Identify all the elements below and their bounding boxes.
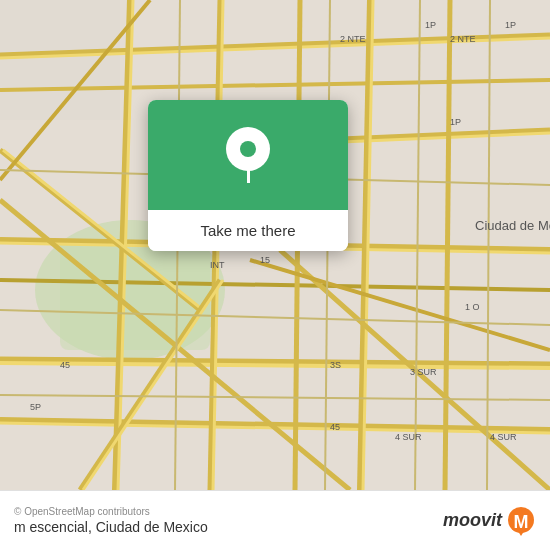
svg-text:Ciudad de Mé: Ciudad de Mé <box>475 218 550 233</box>
svg-text:3 SUR: 3 SUR <box>410 367 437 377</box>
pin-stem <box>247 169 250 183</box>
svg-text:1P: 1P <box>505 20 516 30</box>
svg-text:1 O: 1 O <box>465 302 480 312</box>
svg-text:45: 45 <box>60 360 70 370</box>
svg-text:INT: INT <box>210 260 225 270</box>
svg-text:2 NTE: 2 NTE <box>450 34 476 44</box>
svg-text:45: 45 <box>330 422 340 432</box>
location-name: m escencial, Ciudad de Mexico <box>14 519 208 535</box>
svg-text:2 NTE: 2 NTE <box>340 34 366 44</box>
attribution-text: © OpenStreetMap contributors <box>14 506 208 517</box>
moovit-icon: M <box>506 506 536 536</box>
svg-text:1P: 1P <box>450 117 461 127</box>
bottom-bar: © OpenStreetMap contributors m escencial… <box>0 490 550 550</box>
pin-inner <box>240 141 256 157</box>
popup-button-section: Take me there <box>148 210 348 251</box>
location-pin <box>226 127 270 183</box>
svg-text:5P: 5P <box>30 402 41 412</box>
take-me-there-button[interactable]: Take me there <box>164 220 332 241</box>
moovit-text: moovit <box>443 510 502 531</box>
bottom-left-info: © OpenStreetMap contributors m escencial… <box>14 506 208 535</box>
popup-map-section <box>148 100 348 210</box>
pin-circle <box>226 127 270 171</box>
svg-text:3S: 3S <box>330 360 341 370</box>
svg-text:15: 15 <box>260 255 270 265</box>
popup-card: Take me there <box>148 100 348 251</box>
map-container: 1P 1P 2 NTE 2 NTE 1P Ciudad de Mé 1 O 15… <box>0 0 550 490</box>
svg-text:1P: 1P <box>425 20 436 30</box>
svg-text:4 SUR: 4 SUR <box>490 432 517 442</box>
svg-text:4 SUR: 4 SUR <box>395 432 422 442</box>
moovit-logo: moovit M <box>443 506 536 536</box>
